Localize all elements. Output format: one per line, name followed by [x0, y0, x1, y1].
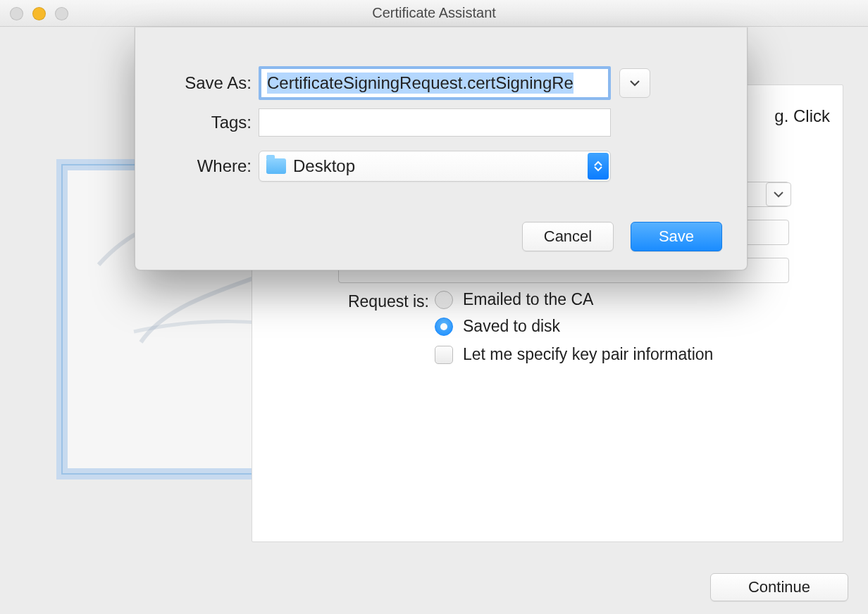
window-title: Certificate Assistant [372, 5, 496, 21]
radio-icon [435, 291, 453, 309]
updown-arrows-icon [588, 153, 609, 180]
radio-emailed-to-ca[interactable]: Emailed to the CA [435, 290, 593, 309]
chevron-down-icon [774, 191, 783, 198]
close-window-button[interactable] [10, 7, 23, 20]
tags-label: Tags: [135, 113, 252, 132]
minimize-window-button[interactable] [32, 7, 46, 20]
radio-label: Emailed to the CA [463, 290, 593, 309]
request-is-label: Request is: [348, 292, 429, 311]
save-as-label: Save As: [135, 73, 252, 93]
checkbox-label: Let me specify key pair information [463, 345, 713, 364]
continue-button-label: Continue [748, 578, 810, 596]
window-controls [10, 7, 68, 20]
assistant-field-1-dropdown[interactable] [766, 182, 791, 206]
checkbox-icon [435, 346, 453, 364]
folder-icon [266, 158, 286, 174]
chevron-down-icon [629, 79, 640, 87]
save-button[interactable]: Save [631, 222, 722, 251]
where-value: Desktop [293, 156, 355, 176]
expand-save-panel-button[interactable] [619, 68, 650, 98]
save-button-label: Save [659, 227, 694, 246]
save-as-field[interactable]: CertificateSigningRequest.certSigningRe [259, 66, 611, 100]
continue-button[interactable]: Continue [710, 573, 848, 601]
tags-field[interactable] [259, 108, 611, 137]
save-as-value: CertificateSigningRequest.certSigningRe [267, 73, 574, 94]
radio-icon [435, 318, 453, 336]
where-popup[interactable]: Desktop [259, 151, 611, 182]
radio-saved-to-disk[interactable]: Saved to disk [435, 317, 560, 336]
radio-label: Saved to disk [463, 317, 560, 336]
cancel-button-label: Cancel [544, 227, 592, 246]
titlebar: Certificate Assistant [0, 0, 868, 27]
save-sheet: Save As: CertificateSigningRequest.certS… [135, 27, 748, 270]
checkbox-specify-keypair[interactable]: Let me specify key pair information [435, 345, 713, 364]
cancel-button[interactable]: Cancel [522, 222, 614, 251]
assistant-instruction-fragment: g. Click [774, 106, 830, 126]
zoom-window-button[interactable] [55, 7, 68, 20]
where-label: Where: [135, 156, 252, 176]
